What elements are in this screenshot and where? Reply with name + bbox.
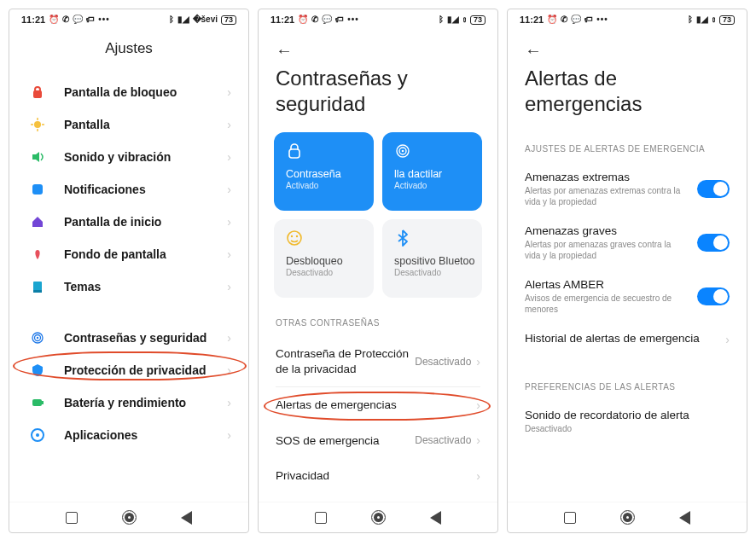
card-bluetooth-device[interactable]: spositivo Bluetoo Desactivado — [382, 219, 482, 298]
section-label-alert-preferences: PREFERENCIAS DE LAS ALERTAS — [508, 370, 747, 400]
chevron-right-icon: › — [227, 247, 231, 261]
nav-home[interactable] — [371, 510, 386, 525]
toggle-switch[interactable] — [697, 287, 730, 305]
toggle-switch[interactable] — [697, 234, 730, 252]
screen-emergency-alerts: ← Alertas de emergencias AJUSTES DE ALER… — [508, 30, 747, 502]
svg-point-2 — [34, 121, 41, 128]
whatsapp-icon: ✆ — [62, 15, 69, 24]
row-alert-history[interactable]: Historial de alertas de emergencia › — [508, 323, 747, 355]
chevron-right-icon: › — [227, 215, 231, 229]
wifi-icon: �ševi — [193, 15, 218, 24]
chevron-right-icon: › — [476, 355, 480, 369]
bluetooth-icon: ᛒ — [169, 15, 174, 24]
chevron-right-icon: › — [227, 118, 231, 131]
toggle-switch[interactable] — [697, 180, 730, 198]
phone-emergency-alerts: 11:21 ⏰ ✆ 💬 🏷 ••• ᛒ ▮◢ ⩇ 73 ← Alertas de… — [507, 9, 747, 533]
home-icon — [30, 214, 45, 229]
lock-icon — [286, 142, 362, 160]
tag-icon: 🏷 — [86, 15, 95, 24]
svg-point-14 — [37, 337, 38, 339]
nav-back[interactable] — [181, 511, 192, 525]
svg-rect-8 — [32, 184, 43, 195]
row-battery-performance[interactable]: Batería y rendimiento › — [9, 386, 248, 419]
more-icon: ••• — [596, 15, 608, 24]
chevron-right-icon: › — [227, 85, 231, 99]
chevron-right-icon: › — [227, 331, 231, 345]
wifi-icon: ⩇ — [462, 15, 467, 24]
svg-point-23 — [288, 231, 301, 245]
status-time: 11:21 — [270, 15, 294, 25]
row-display[interactable]: Pantalla › — [9, 108, 248, 141]
sun-icon — [30, 117, 45, 132]
row-privacy[interactable]: Privacidad › — [259, 458, 497, 494]
row-home-screen[interactable]: Pantalla de inicio › — [9, 206, 248, 238]
more-icon: ••• — [98, 15, 110, 24]
themes-icon — [30, 279, 45, 294]
alarm-icon: ⏰ — [49, 15, 59, 24]
chevron-right-icon: › — [227, 396, 231, 409]
chat-icon: 💬 — [322, 15, 332, 24]
row-extreme-threats[interactable]: Amenazas extremas Alertas por amenazas e… — [508, 162, 747, 216]
notifications-icon — [30, 182, 45, 197]
svg-marker-7 — [32, 152, 39, 162]
chevron-right-icon: › — [227, 363, 231, 377]
chevron-right-icon: › — [725, 333, 730, 346]
speaker-icon — [30, 149, 45, 165]
nav-recent[interactable] — [564, 512, 576, 524]
nav-home[interactable] — [122, 510, 137, 525]
row-sos-emergency[interactable]: SOS de emergencia Desactivado › — [259, 423, 497, 459]
nav-home[interactable] — [620, 510, 635, 525]
row-lock-screen[interactable]: Pantalla de bloqueo › — [9, 76, 248, 108]
battery-icon — [30, 395, 45, 410]
row-passwords-security[interactable]: Contraseñas y seguridad › — [9, 322, 248, 354]
svg-rect-16 — [42, 401, 44, 404]
nav-bar — [9, 502, 248, 532]
section-label-other-passwords: OTRAS CONTRASEÑAS — [259, 306, 497, 336]
nav-recent[interactable] — [66, 512, 78, 524]
status-bar: 11:21 ⏰ ✆ 💬 🏷 ••• ᛒ ▮◢ ⩇ 73 — [508, 9, 747, 30]
row-alert-reminder-sound[interactable]: Sonido de recordatorio de alerta Desacti… — [508, 400, 747, 443]
card-face-unlock[interactable]: Desbloqueo Desactivado — [274, 219, 374, 298]
svg-marker-9 — [32, 217, 43, 227]
svg-point-18 — [36, 433, 39, 437]
back-button[interactable]: ← — [259, 30, 497, 59]
tag-icon: 🏷 — [584, 15, 593, 24]
row-sound[interactable]: Sonido y vibración › — [9, 141, 248, 173]
nav-back[interactable] — [430, 511, 441, 525]
row-privacy-protection[interactable]: Protección de privacidad › — [9, 354, 248, 386]
status-time: 11:21 — [520, 15, 544, 25]
bluetooth-icon: ᛒ — [688, 15, 693, 24]
wifi-icon: ⩇ — [712, 15, 716, 24]
status-time: 11:21 — [21, 15, 45, 25]
row-wallpaper[interactable]: Fondo de pantalla › — [9, 238, 248, 270]
row-themes[interactable]: Temas › — [9, 270, 248, 303]
apps-icon — [30, 427, 45, 443]
row-notifications[interactable]: Notificaciones › — [9, 173, 248, 206]
whatsapp-icon: ✆ — [311, 15, 318, 24]
row-privacy-password[interactable]: Contraseña de Protección de la privacida… — [259, 336, 497, 386]
row-emergency-alerts[interactable]: Alertas de emergencias › — [259, 387, 497, 423]
svg-point-22 — [402, 150, 404, 153]
row-apps[interactable]: Aplicaciones › — [9, 419, 248, 451]
screen-settings: Ajustes Pantalla de bloqueo › Pantalla ›… — [9, 30, 248, 502]
nav-bar — [259, 502, 497, 532]
chevron-right-icon: › — [476, 469, 480, 483]
lock-icon — [30, 84, 45, 100]
card-fingerprint[interactable]: lla dactilar Activado — [382, 132, 482, 211]
nav-back[interactable] — [679, 511, 690, 525]
bluetooth-icon: ᛒ — [439, 15, 444, 24]
row-severe-threats[interactable]: Amenazas graves Alertas por amenazas gra… — [508, 216, 747, 270]
more-icon: ••• — [347, 15, 359, 24]
status-bar: 11:21 ⏰ ✆ 💬 🏷 ••• ᛒ ▮◢ ⩇ 73 — [259, 9, 497, 30]
svg-point-25 — [296, 235, 298, 237]
card-password[interactable]: Contraseña Activado — [274, 132, 374, 211]
signal-icon: ▮◢ — [696, 15, 708, 24]
chevron-right-icon: › — [227, 280, 231, 293]
signal-icon: ▮◢ — [447, 15, 459, 24]
row-amber-alerts[interactable]: Alertas AMBER Avisos de emergencia de se… — [508, 270, 747, 323]
phone-security: 11:21 ⏰ ✆ 💬 🏷 ••• ᛒ ▮◢ ⩇ 73 ← Contraseña… — [258, 9, 498, 533]
chevron-right-icon: › — [227, 428, 231, 442]
bluetooth-icon — [394, 229, 470, 247]
back-button[interactable]: ← — [508, 30, 747, 59]
nav-recent[interactable] — [315, 512, 327, 524]
